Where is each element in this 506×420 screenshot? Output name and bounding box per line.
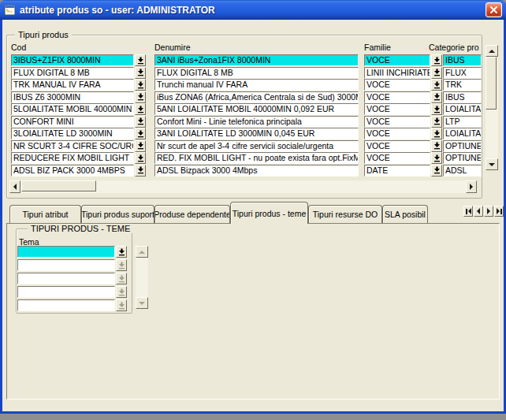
categorie-field[interactable]: OPTIUNE [443,152,482,164]
tab[interactable]: Produse dependente [154,205,230,223]
scroll-track[interactable] [20,180,466,193]
cod-field[interactable]: REDUCERE FIX MOBIL LIGHT [11,152,134,164]
tab[interactable]: Tipuri atribut [9,205,81,223]
scroll-down-button[interactable] [486,158,498,170]
categorie-field[interactable]: IBUS [443,91,482,103]
categorie-field[interactable]: LOIALITATE [443,103,482,115]
scroll-track[interactable] [136,258,148,297]
tab[interactable]: Tipuri resurse DO [308,205,382,223]
cod-lov-button[interactable] [135,79,146,91]
cod-field[interactable]: ADSL BIZ PACK 3000 4MBPS [11,165,134,177]
tema-field[interactable] [17,273,115,284]
scroll-thumb[interactable] [21,180,96,191]
tema-lov-button[interactable] [116,286,127,298]
tab[interactable]: Tipuri produs suport [81,205,154,223]
cod-lov-button[interactable] [135,165,146,177]
lov-down-icon [118,288,125,296]
categorie-field[interactable]: LOIALITATE [443,128,482,139]
cod-field[interactable]: CONFORT MINI [11,116,134,128]
list-item [17,299,132,311]
tema-lov-button[interactable] [116,246,127,258]
familie-field[interactable]: VOCE [364,91,430,103]
familie-lov-button[interactable] [431,79,442,91]
denumire-field[interactable]: Confort Mini - Linie telefonica principa… [154,116,359,128]
scroll-up-button[interactable] [486,45,498,57]
familie-field[interactable]: VOCE [364,103,430,115]
familie-lov-button[interactable] [431,165,442,177]
cod-lov-button[interactable] [135,128,146,139]
cod-lov-button[interactable] [135,91,146,103]
tema-field[interactable] [17,299,115,311]
familie-lov-button[interactable] [431,91,442,103]
lov-down-icon [118,275,125,283]
tema-vertical-scrollbar[interactable] [136,246,148,309]
familie-field[interactable]: LINII INCHIRIATE [364,67,430,79]
cod-field[interactable]: NR SCURT 3-4 CIFRE SOC/URG [11,140,134,152]
tema-field[interactable] [17,286,115,298]
familie-lov-button[interactable] [431,103,442,115]
cod-lov-button[interactable] [135,54,146,66]
nav-previous-record-button[interactable] [474,206,483,217]
familie-field[interactable]: VOCE [364,116,430,128]
tema-lov-button[interactable] [116,259,127,271]
nav-next-record-button[interactable] [484,206,493,217]
tema-field[interactable] [17,259,115,271]
nav-first-record-button[interactable] [463,206,473,217]
familie-lov-button[interactable] [431,152,442,164]
close-button[interactable] [486,2,502,17]
familie-field[interactable]: VOCE [364,152,430,164]
scroll-right-button[interactable] [466,180,477,193]
grid-vertical-scrollbar[interactable] [486,45,498,170]
familie-field[interactable]: VOCE [364,54,430,66]
denumire-field[interactable]: Trunchi manual IV FARA [154,79,359,91]
cod-field[interactable]: IBUS Z6 3000MIN [11,91,134,103]
scroll-track[interactable] [486,57,498,158]
cod-field[interactable]: FLUX DIGITAL 8 MB [11,67,134,79]
cod-lov-button[interactable] [135,67,146,79]
cod-field[interactable]: TRK MANUAL IV FARA [11,79,134,91]
categorie-field[interactable]: TRK [443,79,482,91]
familie-lov-button[interactable] [431,67,442,79]
familie-lov-button[interactable] [431,116,442,128]
cod-lov-button[interactable] [135,140,146,152]
tema-field[interactable] [17,246,115,258]
familie-lov-button[interactable] [431,140,442,152]
denumire-field[interactable]: 3ANI LOIALITATE LD 3000MIN 0,045 EUR [154,128,359,139]
scroll-left-button[interactable] [9,180,20,193]
tema-lov-button[interactable] [116,299,127,311]
tema-lov-button[interactable] [116,273,127,284]
denumire-field[interactable]: 5ANI LOIALITATE MOBIL 40000MIN 0,092 EUR [154,103,359,115]
denumire-field[interactable]: 3ANI iBus+Zona1FIX 8000MIN [154,54,359,66]
familie-lov-button[interactable] [431,128,442,139]
scroll-thumb[interactable] [486,57,497,110]
cod-lov-button[interactable] [135,152,146,164]
tab[interactable]: SLA posibil [382,205,428,223]
denumire-field[interactable]: iBus ZONA6 (Africa,America Centrala si d… [154,91,359,103]
denumire-field[interactable]: ADSL Bizpack 3000 4Mbps [154,165,359,177]
denumire-field[interactable]: RED. FIX MOBIL LIGHT - nu poate exista f… [154,152,359,164]
familie-field[interactable]: DATE [364,165,430,177]
categorie-field[interactable]: LTP [443,116,482,128]
categorie-field[interactable]: ADSL [443,165,482,177]
cod-lov-button[interactable] [135,103,146,115]
nav-last-record-button[interactable] [494,206,504,217]
categorie-field[interactable]: OPTIUNE [443,140,482,152]
cod-field[interactable]: 3IBUS+Z1FIX 8000MIN [11,54,134,66]
cod-lov-button[interactable] [135,116,146,128]
cod-field[interactable]: 3LOIALITATE LD 3000MIN [11,128,134,139]
categorie-field[interactable]: FLUX [443,67,482,79]
familie-lov-button[interactable] [431,54,442,66]
denumire-field[interactable]: FLUX DIGITAL 8 MB [154,67,359,79]
table-row: 3LOIALITATE LD 3000MIN 3ANI LOIALITATE L… [11,128,482,139]
grid-horizontal-scrollbar[interactable] [9,180,477,193]
familie-field[interactable]: VOCE [364,79,430,91]
scroll-down-button[interactable] [136,297,148,309]
familie-field[interactable]: VOCE [364,128,430,139]
denumire-field[interactable]: Nr scurt de apel 3-4 cifre servicii soci… [154,140,359,152]
tab[interactable]: Tipuri produs - teme [230,202,308,224]
familie-field[interactable]: VOCE [364,140,430,152]
categorie-field[interactable]: IBUS [443,54,482,66]
scroll-up-button[interactable] [136,246,148,258]
title-bar[interactable]: atribute produs so - user: ADMINISTRATOR [0,0,506,20]
cod-field[interactable]: 5LOIALITATE MOBIL 40000MIN [11,103,134,115]
